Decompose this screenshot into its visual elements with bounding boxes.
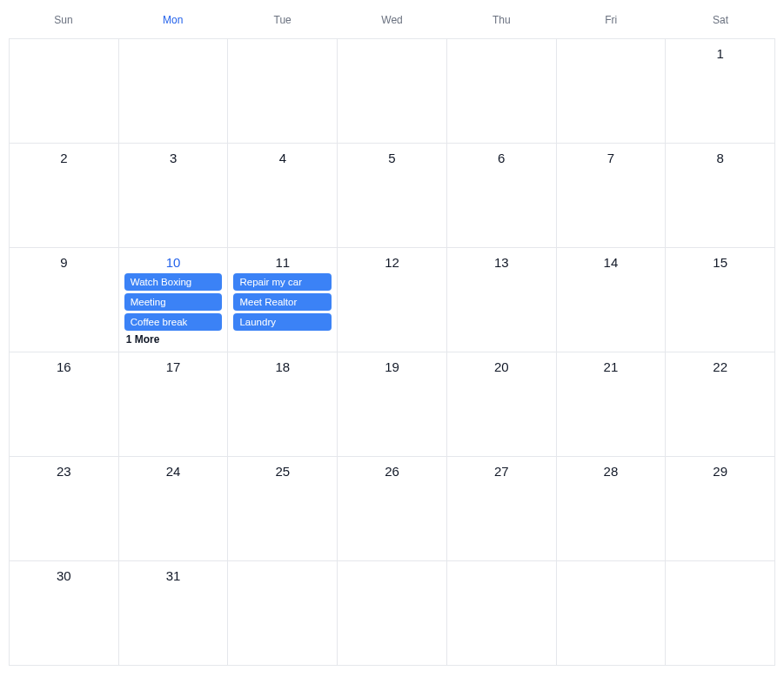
day-number: 8 xyxy=(671,151,769,165)
day-cell[interactable]: 12 xyxy=(338,248,447,352)
weekday-sat: Sat xyxy=(666,9,775,38)
day-number: 31 xyxy=(124,568,223,583)
day-cell[interactable]: 11 Repair my car Meet Realtor Laundry xyxy=(228,248,338,352)
day-number: 23 xyxy=(15,464,113,479)
day-cell[interactable] xyxy=(447,39,557,144)
day-number: 26 xyxy=(343,464,441,479)
day-cell[interactable]: 13 xyxy=(447,248,557,352)
day-cell[interactable]: 17 xyxy=(119,352,229,457)
day-number: 3 xyxy=(124,151,223,165)
day-number: 25 xyxy=(233,464,332,479)
day-cell[interactable]: 18 xyxy=(228,352,338,457)
day-cell[interactable] xyxy=(447,561,557,666)
day-number: 5 xyxy=(343,151,441,165)
day-cell[interactable]: 25 xyxy=(228,457,338,561)
day-number: 29 xyxy=(671,464,769,479)
weekday-thu: Thu xyxy=(446,9,556,38)
calendar: Sun Mon Tue Wed Thu Fri Sat 1 2 3 4 5 6 … xyxy=(9,9,775,666)
calendar-week: 9 10 Watch Boxing Meeting Coffee break 1… xyxy=(10,248,775,352)
event-pill[interactable]: Meeting xyxy=(124,293,223,311)
day-cell[interactable]: 7 xyxy=(557,144,667,248)
day-cell[interactable] xyxy=(666,561,775,666)
day-cell[interactable]: 16 xyxy=(10,352,119,457)
day-cell[interactable] xyxy=(338,561,447,666)
day-cell[interactable] xyxy=(119,39,229,144)
day-cell[interactable] xyxy=(228,561,338,666)
day-cell[interactable]: 21 xyxy=(557,352,667,457)
day-cell[interactable]: 27 xyxy=(447,457,557,561)
weekday-fri: Fri xyxy=(556,9,666,38)
day-number: 6 xyxy=(452,151,551,165)
day-number: 12 xyxy=(343,255,441,270)
day-number: 11 xyxy=(233,255,332,270)
day-cell[interactable]: 1 xyxy=(666,39,775,144)
day-cell[interactable]: 4 xyxy=(228,144,338,248)
day-number: 18 xyxy=(233,359,332,374)
event-pill[interactable]: Coffee break xyxy=(124,313,223,331)
day-cell[interactable]: 15 xyxy=(666,248,775,352)
day-cell[interactable]: 31 xyxy=(119,561,229,666)
more-events-link[interactable]: 1 More xyxy=(124,333,223,346)
day-cell[interactable]: 30 xyxy=(10,561,119,666)
calendar-week: 30 31 xyxy=(10,561,775,666)
day-number: 14 xyxy=(562,255,660,270)
calendar-week: 16 17 18 19 20 21 22 xyxy=(10,352,775,457)
day-cell[interactable]: 6 xyxy=(447,144,557,248)
weekday-wed: Wed xyxy=(338,9,447,38)
day-cell[interactable] xyxy=(10,39,119,144)
weekday-sun: Sun xyxy=(9,9,118,38)
day-number: 4 xyxy=(233,151,332,165)
day-cell[interactable]: 19 xyxy=(338,352,447,457)
weekday-tue: Tue xyxy=(228,9,338,38)
day-cell[interactable]: 23 xyxy=(10,457,119,561)
day-number: 27 xyxy=(452,464,551,479)
day-number: 17 xyxy=(124,359,223,374)
weekday-mon: Mon xyxy=(118,9,228,38)
day-cell[interactable]: 5 xyxy=(338,144,447,248)
day-cell[interactable]: 20 xyxy=(447,352,557,457)
day-number: 9 xyxy=(15,255,113,270)
day-number: 1 xyxy=(671,46,769,61)
day-cell[interactable]: 2 xyxy=(10,144,119,248)
day-cell[interactable]: 28 xyxy=(557,457,667,561)
day-cell[interactable]: 22 xyxy=(666,352,775,457)
event-pill[interactable]: Watch Boxing xyxy=(124,273,223,291)
day-cell[interactable]: 14 xyxy=(557,248,667,352)
day-number: 2 xyxy=(15,151,113,165)
day-number: 30 xyxy=(15,568,113,583)
day-cell[interactable] xyxy=(338,39,447,144)
day-cell[interactable]: 24 xyxy=(119,457,229,561)
day-number: 13 xyxy=(452,255,551,270)
day-number: 20 xyxy=(452,359,551,374)
day-number: 10 xyxy=(124,255,223,270)
day-number: 28 xyxy=(562,464,660,479)
calendar-grid: 1 2 3 4 5 6 7 8 9 10 Watch Boxing Meetin… xyxy=(9,38,775,666)
day-cell[interactable]: 3 xyxy=(119,144,229,248)
day-number: 21 xyxy=(562,359,660,374)
day-cell[interactable] xyxy=(557,39,667,144)
calendar-week: 2 3 4 5 6 7 8 xyxy=(10,144,775,248)
day-cell[interactable]: 9 xyxy=(10,248,119,352)
calendar-week: 23 24 25 26 27 28 29 xyxy=(10,457,775,561)
day-cell[interactable]: 29 xyxy=(666,457,775,561)
day-number: 22 xyxy=(671,359,769,374)
event-pill[interactable]: Meet Realtor xyxy=(233,293,332,311)
day-number: 16 xyxy=(15,359,113,374)
day-cell[interactable] xyxy=(228,39,338,144)
day-cell[interactable] xyxy=(557,561,667,666)
day-cell[interactable]: 26 xyxy=(338,457,447,561)
day-number: 24 xyxy=(124,464,223,479)
day-number: 7 xyxy=(562,151,660,165)
day-cell[interactable]: 8 xyxy=(666,144,775,248)
event-pill[interactable]: Laundry xyxy=(233,313,332,331)
day-cell-today[interactable]: 10 Watch Boxing Meeting Coffee break 1 M… xyxy=(119,248,229,352)
event-pill[interactable]: Repair my car xyxy=(233,273,332,291)
calendar-week: 1 xyxy=(10,39,775,144)
day-number: 15 xyxy=(671,255,769,270)
day-number: 19 xyxy=(343,359,441,374)
weekday-header-row: Sun Mon Tue Wed Thu Fri Sat xyxy=(9,9,775,38)
